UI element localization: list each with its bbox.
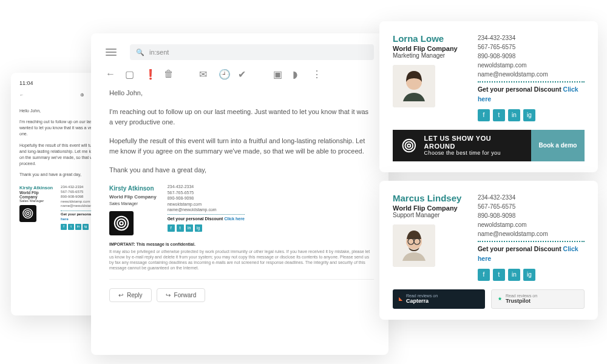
linkedin-icon[interactable]: in — [508, 109, 520, 121]
linkedin-icon[interactable]: in — [75, 224, 81, 230]
capterra-badge[interactable]: ◣ Read reviews on Capterra — [393, 289, 485, 309]
svg-point-4 — [117, 219, 126, 228]
lorna-header: Lorna Lowe World Flip Company Marketing … — [393, 33, 585, 121]
swirl-logo-icon — [22, 207, 34, 220]
swirl-logo-icon — [113, 215, 130, 232]
twitter-icon[interactable]: t — [177, 224, 184, 232]
desktop-greeting: Hello John, — [109, 88, 374, 98]
desktop-sig-cta: Get your personal Discount Click here — [168, 216, 245, 221]
signature-card-marcus: Marcus Lindsey World Flip Company Suppor… — [379, 181, 598, 320]
desktop-sig-email[interactable]: name@newoldstamp.com — [168, 207, 245, 212]
desktop-sig-role: Sales Manager — [109, 201, 157, 207]
instagram-icon[interactable]: ig — [523, 109, 535, 121]
marcus-badges: ◣ Read reviews on Capterra ★ Read review… — [393, 289, 585, 309]
twitter-icon[interactable]: t — [68, 224, 74, 230]
spam-icon[interactable]: ❗ — [144, 69, 153, 77]
twitter-icon[interactable]: t — [493, 269, 505, 281]
marcus-col1: Marcus Lindsey World Flip Company Suppor… — [393, 193, 466, 281]
lorna-banner[interactable]: LET US SHOW YOU AROUND Choose the best t… — [393, 130, 585, 161]
lorna-site[interactable]: newoldstamp.com — [478, 61, 585, 70]
archive-icon[interactable]: ▢ — [125, 69, 134, 77]
desktop-cta-link[interactable]: Click here — [224, 217, 244, 221]
divider-dots — [478, 81, 585, 83]
marcus-email[interactable]: name@newoldstamp.com — [478, 229, 585, 238]
lorna-role: Marketing Manager — [393, 52, 466, 59]
marcus-phone3: 890-908-9098 — [478, 211, 585, 220]
email-disclaimer: IMPORTANT: This message is confidential.… — [109, 241, 374, 271]
instagram-icon[interactable]: ig — [195, 224, 202, 232]
reply-icon: ↩ — [118, 292, 123, 298]
overflow-icon[interactable]: ⋮ — [312, 69, 320, 77]
desktop-sig-phone1: 234-432-2334 — [168, 184, 245, 189]
marcus-role: Support Manager — [393, 212, 466, 218]
capterra-icon: ◣ — [399, 296, 402, 302]
back-icon[interactable]: ← — [106, 69, 114, 77]
marcus-name: Marcus Lindsey — [393, 193, 466, 203]
desktop-sig-site[interactable]: newoldstamp.com — [168, 201, 245, 207]
badge-brand: Trustpilot — [506, 298, 537, 304]
search-text: in:sent — [149, 49, 169, 56]
lorna-name: Lorna Lowe — [393, 33, 466, 44]
forward-icon: ↪ — [166, 292, 171, 298]
desktop-paragraph-3: Thank you and have a great day, — [109, 165, 374, 175]
svg-point-9 — [405, 141, 413, 149]
lorna-email[interactable]: name@newoldstamp.com — [478, 70, 585, 79]
label-icon[interactable]: ◗ — [293, 69, 301, 77]
avatar-placeholder-icon — [393, 224, 435, 267]
desktop-toolbar: ← ▢ ❗ 🗑 ✉ 🕘 ✔ ▣ ◗ ⋮ — [106, 69, 374, 77]
divider — [109, 279, 374, 280]
marcus-site[interactable]: newoldstamp.com — [478, 220, 585, 229]
unread-icon[interactable]: ✉ — [199, 69, 208, 77]
hamburger-menu-icon[interactable] — [106, 49, 117, 56]
move-icon[interactable]: ▣ — [273, 69, 282, 77]
desktop-sig-col2: 234-432-2334 567-765-6575 890-908-9098 n… — [168, 184, 245, 235]
lorna-avatar — [393, 65, 435, 107]
forward-button[interactable]: ↪Forward — [157, 288, 206, 302]
snooze-icon[interactable]: 🕘 — [219, 69, 227, 77]
marcus-company: World Flip Company — [393, 204, 466, 212]
desktop-signature: Kirsty Atkinson World Flip Company Sales… — [109, 184, 374, 235]
delete-icon[interactable]: 🗑 — [164, 69, 172, 77]
reply-button[interactable]: ↩Reply — [109, 288, 152, 302]
marcus-phone1: 234-432-2334 — [478, 193, 585, 202]
desktop-sig-logo — [109, 211, 134, 235]
lorna-cta: Get your personal Discount Click here — [478, 85, 585, 104]
twitter-icon[interactable]: t — [493, 109, 505, 121]
desktop-sig-company: World Flip Company — [109, 194, 157, 201]
trustpilot-badge[interactable]: ★ Read reviews on Trustpilot — [491, 289, 585, 309]
banner-subtitle: Choose the best time for you — [424, 150, 523, 156]
facebook-icon[interactable]: f — [478, 109, 490, 121]
signature-card-lorna: Lorna Lowe World Flip Company Marketing … — [379, 21, 598, 172]
desktop-sig-name: Kirsty Atkinson — [109, 184, 157, 194]
desktop-preview-card: 🔍 in:sent ← ▢ ❗ 🗑 ✉ 🕘 ✔ ▣ ◗ ⋮ Hello John… — [91, 33, 388, 355]
facebook-icon[interactable]: f — [61, 224, 67, 230]
mobile-sig-role: Sales Manager — [19, 199, 56, 203]
svg-point-10 — [407, 144, 410, 147]
marcus-avatar — [393, 224, 435, 267]
task-icon[interactable]: ✔ — [238, 69, 246, 77]
instagram-icon[interactable]: ig — [523, 269, 535, 281]
desktop-social-row: f t in ig — [168, 224, 245, 232]
mobile-sig-logo — [19, 205, 36, 222]
mobile-clock: 11:04 — [19, 80, 33, 86]
back-arrow-icon[interactable]: ← — [19, 92, 27, 99]
search-bar[interactable]: 🔍 in:sent — [130, 44, 374, 60]
marcus-social-row: f t in ig — [478, 269, 585, 281]
lorna-phone3: 890-908-9098 — [478, 52, 585, 61]
lorna-phone1: 234-432-2334 — [478, 33, 585, 42]
linkedin-icon[interactable]: in — [508, 269, 520, 281]
marcus-cta: Get your personal Discount Click here — [478, 244, 585, 264]
facebook-icon[interactable]: f — [168, 224, 175, 232]
instagram-icon[interactable]: ig — [83, 224, 89, 230]
svg-point-2 — [27, 212, 29, 215]
lorna-col1: Lorna Lowe World Flip Company Marketing … — [393, 33, 466, 121]
archive-icon[interactable]: ⊕ — [80, 92, 87, 99]
banner-button[interactable]: Book a demo — [531, 130, 585, 161]
linkedin-icon[interactable]: in — [186, 224, 193, 232]
facebook-icon[interactable]: f — [478, 269, 490, 281]
trustpilot-icon: ★ — [498, 296, 502, 302]
swirl-logo-icon — [401, 138, 417, 153]
badge-brand: Capterra — [406, 298, 438, 304]
mobile-sig-name: Kirsty Atkinson — [19, 185, 56, 190]
marcus-phone2: 567-765-6575 — [478, 202, 585, 211]
